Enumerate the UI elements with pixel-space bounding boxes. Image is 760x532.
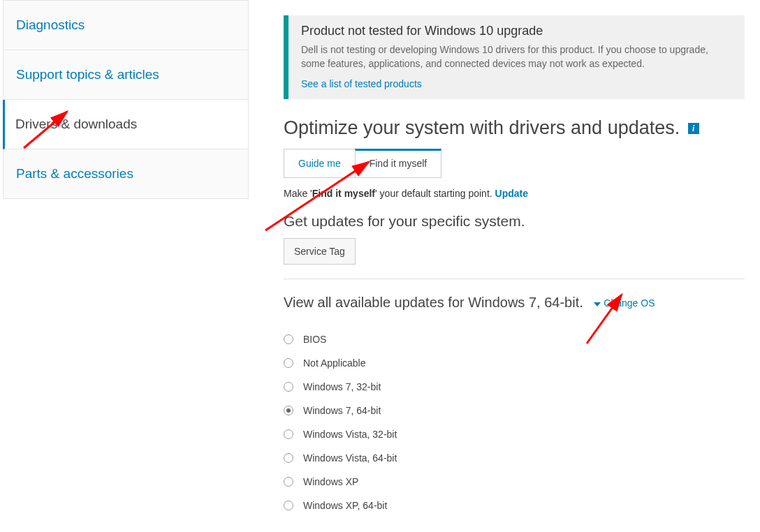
tab-find-it-myself[interactable]: Find it myself <box>355 149 441 178</box>
tested-products-link[interactable]: See a list of tested products <box>301 78 422 89</box>
sidebar: Diagnostics Support topics & articles Dr… <box>3 0 249 199</box>
section-divider <box>284 279 745 279</box>
view-available-updates-heading: View all available updates for Windows 7… <box>284 295 745 311</box>
radio-icon <box>284 406 293 415</box>
caret-down-icon <box>594 302 601 306</box>
os-option-not-applicable[interactable]: Not Applicable <box>284 351 745 375</box>
os-options-list: BIOS Not Applicable Windows 7, 32-bit Wi… <box>284 327 745 517</box>
notice-title: Product not tested for Windows 10 upgrad… <box>301 24 732 38</box>
os-option-bios[interactable]: BIOS <box>284 327 745 351</box>
radio-icon <box>284 358 293 368</box>
main-content: Product not tested for Windows 10 upgrad… <box>284 15 745 517</box>
radio-icon <box>284 501 293 510</box>
tab-guide-me[interactable]: Guide me <box>284 149 355 178</box>
os-option-xp-64[interactable]: Windows XP, 64-bit <box>284 494 745 517</box>
method-tabs: Guide me Find it myself <box>284 149 745 178</box>
os-option-xp[interactable]: Windows XP <box>284 470 745 494</box>
default-starting-point-line: Make 'Find it myself' your default start… <box>284 188 745 199</box>
change-os-label: Change OS <box>604 297 655 309</box>
radio-icon <box>284 477 293 487</box>
radio-icon <box>284 382 293 392</box>
radio-icon <box>284 429 293 439</box>
os-option-vista-32[interactable]: Windows Vista, 32-bit <box>284 422 745 446</box>
update-default-link[interactable]: Update <box>495 188 528 199</box>
notice-body: Dell is not testing or developing Window… <box>301 43 732 71</box>
view-line-text: View all available updates for Windows 7… <box>284 295 583 310</box>
radio-icon <box>284 334 293 344</box>
windows10-notice: Product not tested for Windows 10 upgrad… <box>284 15 745 99</box>
change-os-link[interactable]: Change OS <box>594 297 655 309</box>
os-option-win7-32[interactable]: Windows 7, 32-bit <box>284 375 745 399</box>
service-tag-button[interactable]: Service Tag <box>284 238 356 265</box>
radio-icon <box>284 453 293 463</box>
sidebar-item-parts-accessories[interactable]: Parts & accessories <box>3 149 249 199</box>
info-icon[interactable]: i <box>688 123 699 134</box>
heading-text: Optimize your system with drivers and up… <box>284 117 680 138</box>
get-updates-heading: Get updates for your specific system. <box>284 213 745 230</box>
sidebar-item-diagnostics[interactable]: Diagnostics <box>3 0 249 50</box>
os-option-win7-64[interactable]: Windows 7, 64-bit <box>284 399 745 422</box>
sidebar-item-drivers-downloads[interactable]: Drivers & downloads <box>3 100 249 149</box>
os-option-vista-64[interactable]: Windows Vista, 64-bit <box>284 446 745 470</box>
page-heading: Optimize your system with drivers and up… <box>284 117 745 139</box>
sidebar-item-support-topics[interactable]: Support topics & articles <box>3 50 249 100</box>
